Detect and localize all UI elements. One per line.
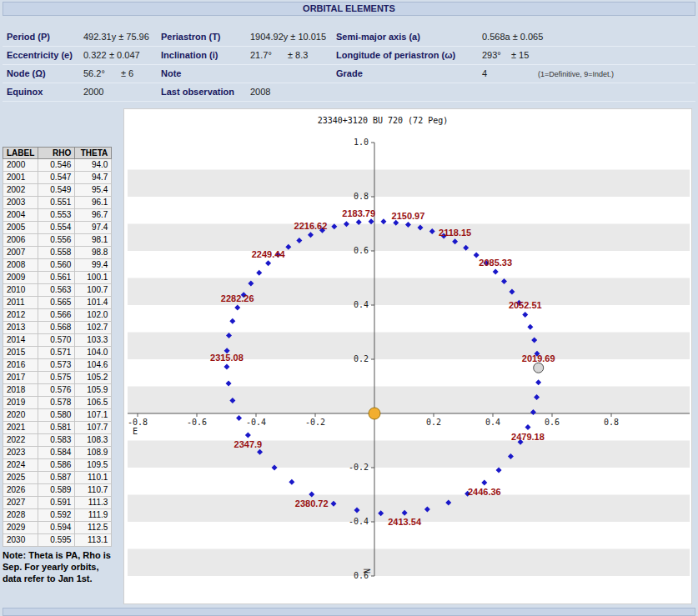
orbit-point: [245, 433, 251, 438]
label-cell: 2001: [3, 172, 38, 184]
sma-value: 0.568a ± 0.065: [482, 32, 543, 42]
ephemeris-row: 20040.55396.7: [3, 209, 112, 222]
rho-cell: 0.551: [38, 197, 75, 209]
label-cell: 2003: [3, 197, 38, 209]
theta-cell: 106.5: [75, 397, 112, 409]
epoch-label: 2019.69: [522, 353, 555, 363]
ephemeris-row: 20010.54794.7: [3, 172, 112, 184]
orbit-chart: 23340+3120 BU 720 (72 Peg) -0.8-0.6-0.4-…: [124, 109, 691, 603]
epoch-labels: 2019.692052.512085.332118.152150.972183.…: [210, 208, 555, 528]
periastron-label: Periastron (T): [161, 32, 221, 42]
label-cell: 2022: [3, 434, 38, 447]
theta-cell: 108.3: [75, 434, 112, 447]
epoch-label: 2150.97: [392, 211, 425, 221]
rho-cell: 0.580: [38, 409, 75, 422]
x-tick-label: 0.4: [485, 418, 500, 427]
orbit-point: [223, 364, 229, 370]
rho-cell: 0.554: [38, 222, 75, 234]
rho-cell: 0.565: [38, 297, 75, 309]
theta-cell: 105.9: [75, 384, 112, 397]
ephemeris-row: 20030.55196.1: [3, 197, 112, 209]
last-observation-value: 2008: [250, 87, 270, 97]
rho-cell: 0.592: [38, 509, 75, 522]
ephemeris-row: 20180.576105.9: [3, 384, 112, 397]
ephemeris-row: 20230.584108.9: [3, 447, 112, 459]
footer-bar: [3, 608, 695, 616]
rho-cell: 0.560: [38, 259, 75, 272]
theta-cell: 94.7: [75, 172, 112, 184]
rho-cell: 0.556: [38, 234, 75, 247]
north-axis-label: N: [363, 568, 372, 573]
label-cell: 2008: [3, 259, 38, 272]
theta-cell: 108.9: [75, 447, 112, 459]
label-cell: 2010: [3, 284, 38, 297]
theta-cell: 107.7: [75, 422, 112, 434]
ephemeris-row: 20020.54995.4: [3, 184, 112, 197]
eccentricity-error: ± 0.047: [109, 50, 140, 60]
rho-cell: 0.586: [38, 459, 75, 472]
rho-cell: 0.584: [38, 447, 75, 459]
y-tick-label: -0.2: [349, 463, 369, 472]
y-tick-label: -0.4: [349, 517, 369, 526]
orbit-point: [234, 304, 240, 310]
ephemeris-row: 20220.583108.3: [3, 434, 112, 447]
theta-cell: 102.0: [75, 309, 112, 322]
label-cell: 2013: [3, 322, 38, 334]
y-tick-label: 0.8: [354, 192, 369, 201]
ephemeris-row: 20300.595113.1: [3, 534, 112, 547]
label-cell: 2014: [3, 334, 38, 347]
period-value: 492.31y ± 75.96: [83, 32, 149, 42]
orbit-point: [493, 269, 499, 275]
rho-cell: 0.546: [38, 159, 75, 172]
chart-title: 23340+3120 BU 720 (72 Peg): [318, 116, 449, 125]
longitude-periastron-value: 293°: [482, 50, 501, 60]
label-cell: 2029: [3, 522, 38, 534]
label-cell: 2024: [3, 459, 38, 472]
label-cell: 2002: [3, 184, 38, 197]
east-axis-label: E: [133, 427, 138, 436]
label-cell: 2020: [3, 409, 38, 422]
ephemeris-row: 20090.561100.1: [3, 272, 112, 284]
label-cell: 2009: [3, 272, 38, 284]
rho-cell: 0.570: [38, 334, 75, 347]
epoch-label: 2347.9: [234, 439, 263, 449]
epoch-label: 2413.54: [388, 517, 422, 527]
theta-cell: 96.7: [75, 209, 112, 222]
x-tick-label: 0.8: [604, 418, 619, 427]
rho-cell: 0.595: [38, 534, 75, 547]
ephemeris-row: 20080.56099.4: [3, 259, 112, 272]
ephemeris-note: Note: Theta is PA, Rho is Sep. For yearl…: [3, 549, 116, 584]
theta-cell: 98.1: [75, 234, 112, 247]
orbit-point: [265, 260, 271, 266]
rho-cell: 0.581: [38, 422, 75, 434]
theta-cell: 95.4: [75, 184, 112, 197]
label-cell: 2007: [3, 247, 38, 259]
theta-cell: 109.5: [75, 459, 112, 472]
rho-cell: 0.578: [38, 397, 75, 409]
ephemeris-row: 20290.594112.5: [3, 522, 112, 534]
ephemeris-row: 20000.54694.0: [3, 159, 112, 172]
orbit-point: [236, 415, 242, 421]
periastron-value: 1904.92y ± 10.015: [250, 32, 326, 42]
eccentricity-label: Eccentricity (e): [7, 50, 73, 60]
label-cell: 2012: [3, 309, 38, 322]
rho-cell: 0.594: [38, 522, 75, 534]
theta-column-header: THETA: [75, 148, 112, 159]
theta-cell: 104.0: [75, 347, 112, 359]
x-tick-label: -0.2: [305, 418, 325, 427]
theta-cell: 112.5: [75, 522, 112, 534]
orbit-point: [380, 218, 386, 224]
rho-cell: 0.571: [38, 347, 75, 359]
label-cell: 2016: [3, 359, 38, 372]
ephemeris-row: 20050.55497.4: [3, 222, 112, 234]
ephemeris-header-row: LABEL RHO THETA: [3, 148, 112, 159]
rho-cell: 0.558: [38, 247, 75, 259]
inclination-error: ± 8.3: [288, 50, 308, 60]
orbit-point: [289, 479, 294, 485]
label-cell: 2030: [3, 534, 38, 547]
inclination-value: 21.7°: [250, 50, 272, 60]
rho-column-header: RHO: [38, 148, 75, 159]
rho-cell: 0.563: [38, 284, 75, 297]
ephemeris-table: LABEL RHO THETA 20000.54694.020010.54794…: [3, 147, 112, 547]
ephemeris-row: 20100.563100.7: [3, 284, 112, 297]
